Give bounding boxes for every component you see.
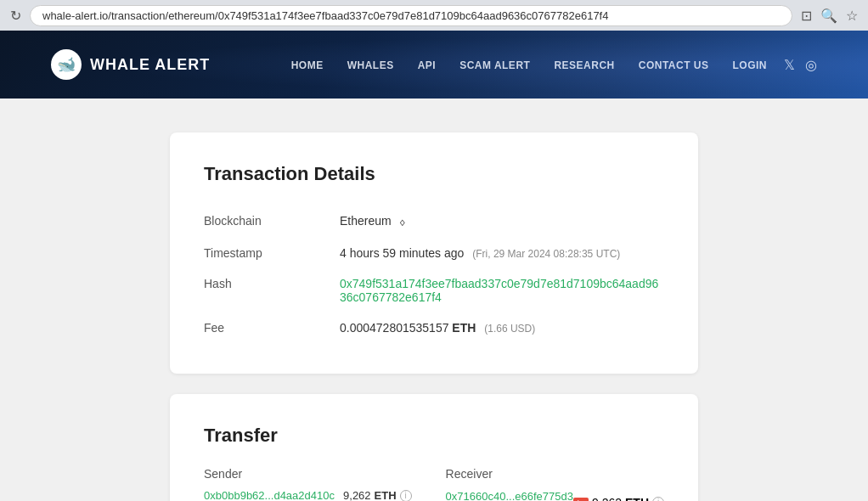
nav-api[interactable]: API [418,59,437,71]
receiver-col: Receiver 0x71660c40...e66fe775d3 Coinbas… [446,467,664,501]
nav-scam-alert[interactable]: SCAM ALERT [459,59,530,71]
ethereum-icon: ⬨ [398,214,407,229]
sender-currency: ETH [375,489,397,501]
sender-label: Sender [204,467,412,481]
address-bar[interactable]: whale-alert.io/transaction/ethereum/0x74… [30,5,792,26]
fee-row: Fee 0.000472801535157 ETH (1.66 USD) [204,312,664,343]
receiver-flag-icon: ▶ [573,498,589,501]
receiver-currency: ETH [625,496,649,501]
logo-text: WHALE ALERT [90,56,210,74]
transaction-title: Transaction Details [204,163,664,185]
nav-links: HOME WHALES API SCAM ALERT RESEARCH CONT… [291,58,767,71]
hash-label: Hash [204,277,340,290]
fee-usd: (1.66 USD) [484,323,535,335]
nav-login[interactable]: LOGIN [733,59,768,71]
sender-info-icon[interactable]: i [400,490,412,501]
nav-social: 𝕏 ◎ [784,57,817,73]
fee-currency: ETH [452,321,476,335]
receiver-address[interactable]: 0x71660c40...e66fe775d3 [446,490,573,501]
timestamp-main: 4 hours 59 minutes ago [340,246,464,260]
nav-research[interactable]: RESEARCH [554,59,614,71]
url-text: whale-alert.io/transaction/ethereum/0x74… [42,9,608,22]
blockchain-row: Blockchain Ethereum ⬨ [204,205,664,238]
browser-bar: ↻ whale-alert.io/transaction/ethereum/0x… [0,0,868,31]
receiver-label: Receiver [446,467,664,481]
receiver-amount: ▶ 9,262 ETH i [573,496,664,501]
fee-amount: 0.000472801535157 [340,321,448,335]
blockchain-value: Ethereum ⬨ [340,214,407,229]
nav-logo[interactable]: 🐋 WHALE ALERT [51,49,210,80]
nav-contact-us[interactable]: CONTACT US [639,59,709,71]
logo-icon: 🐋 [51,49,82,80]
browser-actions: ⊡ 🔍 ☆ [801,8,858,24]
circle-icon[interactable]: ◎ [805,57,817,73]
fee-label: Fee [204,321,340,335]
timestamp-row: Timestamp 4 hours 59 minutes ago (Fri, 2… [204,238,664,268]
transfer-title: Transfer [204,425,664,447]
blockchain-label: Blockchain [204,214,340,228]
sender-amount: 9,262 ETH i [343,489,412,501]
navbar: 🐋 WHALE ALERT HOME WHALES API SCAM ALERT… [0,31,868,99]
timestamp-label: Timestamp [204,246,340,260]
sender-row: 0xb0bb9b62...d4aa2d410c 9,262 ETH i [204,489,412,501]
hash-link[interactable]: 0x749f531a174f3ee7fbaad337c0e79d7e81d710… [340,277,658,304]
zoom-icon[interactable]: 🔍 [820,8,837,24]
nav-whales[interactable]: WHALES [347,59,394,71]
cast-icon[interactable]: ⊡ [801,8,812,24]
timestamp-value: 4 hours 59 minutes ago (Fri, 29 Mar 2024… [340,246,620,260]
refresh-icon[interactable]: ↻ [10,8,21,24]
sender-amount-value: 9,262 [343,489,371,501]
receiver-address-group: 0x71660c40...e66fe775d3 Coinbase [446,489,573,501]
main-content: Transaction Details Blockchain Ethereum … [0,99,868,501]
sender-col: Sender 0xb0bb9b62...d4aa2d410c 9,262 ETH… [204,467,412,501]
receiver-amount-value: 9,262 [592,496,622,501]
transfer-card: Transfer Sender 0xb0bb9b62...d4aa2d410c … [170,394,698,501]
transaction-details-card: Transaction Details Blockchain Ethereum … [170,132,698,374]
receiver-row: 0x71660c40...e66fe775d3 Coinbase ▶ 9,262… [446,489,664,501]
transfer-grid: Sender 0xb0bb9b62...d4aa2d410c 9,262 ETH… [204,467,664,501]
twitter-icon[interactable]: 𝕏 [784,57,795,73]
bookmark-icon[interactable]: ☆ [846,8,858,24]
hash-value: 0x749f531a174f3ee7fbaad337c0e79d7e81d710… [340,277,664,304]
fee-value: 0.000472801535157 ETH (1.66 USD) [340,321,535,335]
hash-row: Hash 0x749f531a174f3ee7fbaad337c0e79d7e8… [204,268,664,312]
timestamp-detail: (Fri, 29 Mar 2024 08:28:35 UTC) [472,248,620,260]
sender-address[interactable]: 0xb0bb9b62...d4aa2d410c [204,489,335,501]
nav-home[interactable]: HOME [291,59,324,71]
receiver-info-icon[interactable]: i [652,497,664,501]
